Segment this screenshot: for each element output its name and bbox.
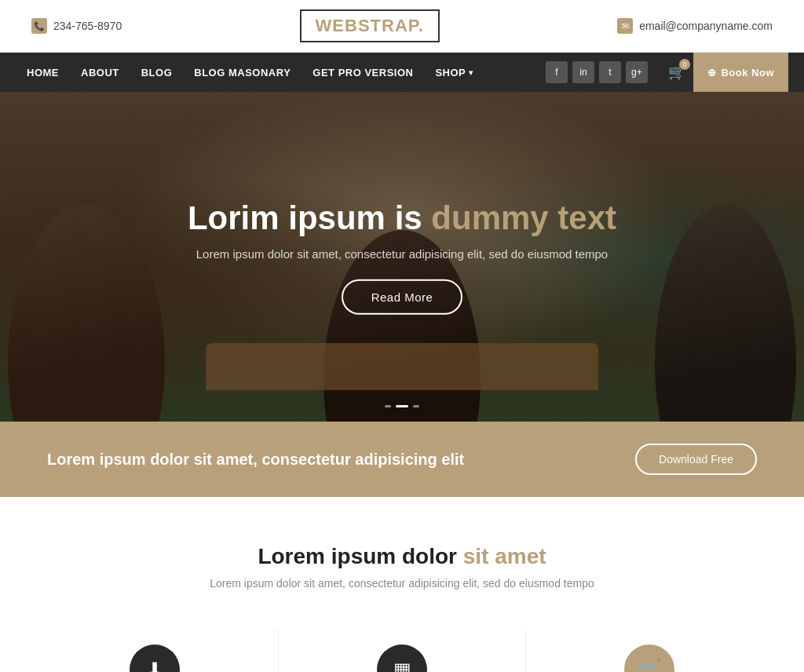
features-subtitle: Lorem ipsum dolor sit amet, consectetur … [31, 577, 773, 590]
hero-read-more-button[interactable]: Read More [342, 279, 463, 315]
top-bar-right: ✉ email@companyname.com [617, 18, 773, 34]
features-title-accent: sit amet [463, 544, 546, 568]
features-section: Lorem ipsum dolor sit amet Lorem ipsum d… [0, 497, 804, 672]
features-title: Lorem ipsum dolor sit amet [31, 544, 773, 569]
cart-area[interactable]: 🛒 0 [668, 64, 685, 81]
nav-home[interactable]: HOME [16, 53, 70, 92]
nav-shop[interactable]: SHOP [424, 53, 484, 92]
feature-icon-download[interactable]: ⬇ [130, 645, 180, 672]
hero-content: Lorim ipsum is dummy text Lorem ipsum do… [127, 199, 677, 315]
logo-part2: STRAP. [358, 16, 424, 35]
cta-download-button[interactable]: Download Free [635, 444, 757, 475]
phone-number: 234-765-8970 [53, 20, 122, 32]
features-icons: ⬇ ▦ 🛒 [31, 629, 773, 672]
feature-col-3: 🛒 [526, 629, 773, 672]
feature-icon-cart[interactable]: 🛒 [624, 645, 674, 672]
feature-col-2: ▦ [279, 629, 526, 672]
nav-blog[interactable]: BLOG [130, 53, 184, 92]
nav-get-pro[interactable]: GET PRO VERSION [302, 53, 424, 92]
navbar: HOME ABOUT BLOG BLOG MASONARY GET PRO VE… [0, 53, 804, 92]
cta-text: Lorem ipsum dolor sit amet, consectetur … [47, 451, 464, 469]
table-area [206, 343, 598, 390]
logo[interactable]: WEBSTRAP. [300, 9, 440, 42]
cart-badge: 0 [679, 59, 690, 70]
social-google-plus[interactable]: g+ [626, 61, 648, 83]
logo-part1: WEB [316, 16, 358, 35]
phone-icon: 📞 [31, 18, 47, 34]
nav-about[interactable]: ABOUT [70, 53, 130, 92]
hero-dot-2[interactable] [396, 405, 408, 407]
book-now-icon: ⊕ [707, 67, 717, 79]
hero-dots [385, 405, 419, 407]
feature-col-1: ⬇ [31, 629, 279, 672]
top-bar-left: 📞 234-765-8970 [31, 18, 122, 34]
social-facebook[interactable]: f [546, 61, 568, 83]
email-address: email@companyname.com [639, 20, 773, 32]
hero-dot-1[interactable] [385, 405, 391, 407]
nav-blog-masonary[interactable]: BLOG MASONARY [183, 53, 302, 92]
book-now-button[interactable]: ⊕ Book Now [693, 53, 788, 92]
top-bar: 📞 234-765-8970 WEBSTRAP. ✉ email@company… [0, 0, 804, 53]
hero-dot-3[interactable] [413, 405, 419, 407]
hero-title-accent: dummy text [431, 199, 616, 236]
feature-icon-grid[interactable]: ▦ [377, 645, 427, 672]
hero-title: Lorim ipsum is dummy text [127, 199, 677, 238]
social-linkedin[interactable]: in [572, 61, 594, 83]
features-title-part1: Lorem ipsum dolor [258, 544, 462, 568]
nav-links: HOME ABOUT BLOG BLOG MASONARY GET PRO VE… [16, 53, 533, 92]
cta-strip: Lorem ipsum dolor sit amet, consectetur … [0, 422, 804, 497]
email-icon: ✉ [617, 18, 633, 34]
hero-subtitle: Lorem ipsum dolor sit amet, consectetur … [127, 247, 677, 261]
social-twitter[interactable]: t [599, 61, 621, 83]
nav-social: f in t g+ [546, 61, 648, 83]
hero-section: Lorim ipsum is dummy text Lorem ipsum do… [0, 92, 804, 422]
hero-title-part1: Lorim ipsum is [188, 199, 431, 236]
book-now-label: Book Now [721, 67, 774, 79]
